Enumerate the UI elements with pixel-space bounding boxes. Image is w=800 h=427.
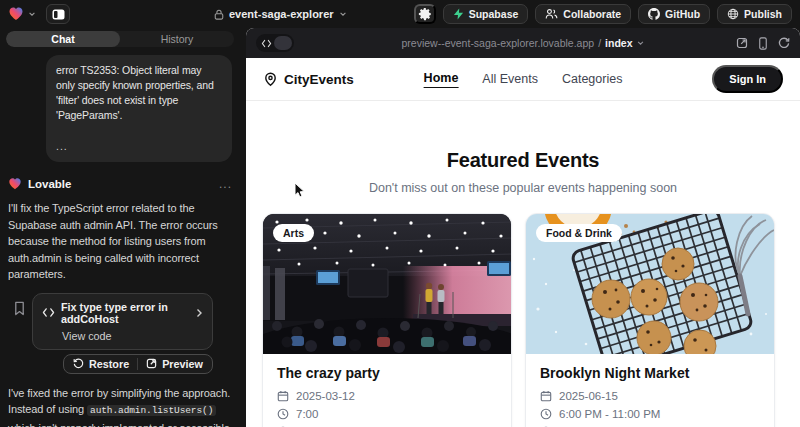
event-date: 2025-06-15 bbox=[559, 390, 618, 402]
nav-link-home[interactable]: Home bbox=[424, 71, 459, 88]
calendar-icon bbox=[540, 390, 552, 402]
assistant-header: Lovable ... bbox=[8, 177, 232, 191]
url-chevron-down-icon bbox=[636, 39, 644, 47]
publish-button-label: Publish bbox=[744, 8, 782, 20]
hero-title: Featured Events bbox=[246, 149, 800, 172]
calendar-icon bbox=[277, 390, 289, 402]
url-page: index bbox=[605, 37, 632, 49]
outro-text-2: which isn't properly implemented or acce… bbox=[8, 422, 230, 427]
panel-left-icon bbox=[52, 9, 65, 20]
publish-button[interactable]: Publish bbox=[717, 4, 792, 24]
restore-button-label: Restore bbox=[89, 358, 129, 370]
code-edit-card-header: Fix type type error in addCoHost bbox=[42, 301, 203, 325]
tab-history[interactable]: History bbox=[120, 31, 234, 47]
collaborate-button-label: Collaborate bbox=[563, 8, 621, 20]
chat-sidebar: Chat History error TS2353: Object litera… bbox=[0, 28, 240, 427]
chat-history-tabs: Chat History bbox=[6, 31, 234, 47]
event-date-row: 2025-06-15 bbox=[540, 390, 760, 402]
event-date: 2025-03-12 bbox=[296, 390, 355, 402]
site-brand[interactable]: CityEvents bbox=[263, 72, 354, 87]
sign-in-button[interactable]: Sign In bbox=[712, 65, 783, 93]
github-button[interactable]: GitHub bbox=[638, 4, 710, 24]
code-edit-title: Fix type type error in addCoHost bbox=[61, 301, 189, 325]
github-button-label: GitHub bbox=[665, 8, 700, 20]
supabase-icon bbox=[453, 8, 464, 20]
chip-divider bbox=[137, 358, 138, 370]
bookmark-icon[interactable] bbox=[13, 301, 26, 316]
message-menu-button[interactable]: ... bbox=[219, 177, 232, 191]
settings-button[interactable] bbox=[414, 4, 436, 24]
topbar-left bbox=[8, 4, 70, 24]
url-separator: / bbox=[598, 37, 601, 49]
url-host: preview--event-saga-explorer.lovable.app bbox=[402, 37, 595, 49]
code-edit-card[interactable]: Fix type type error in addCoHost View co… bbox=[32, 293, 213, 350]
tool-call-row: Fix type type error in addCoHost View co… bbox=[13, 293, 213, 350]
user-message-text: error TS2353: Object literal may only sp… bbox=[56, 64, 214, 121]
people-icon bbox=[545, 8, 558, 20]
globe-icon bbox=[727, 8, 739, 20]
assistant-outro-text: I've fixed the error by simplifying the … bbox=[8, 385, 232, 427]
sidebar-toggle-button[interactable] bbox=[46, 4, 70, 24]
tab-chat[interactable]: Chat bbox=[6, 31, 120, 47]
open-in-new-tab-button[interactable] bbox=[736, 37, 748, 49]
mobile-view-button[interactable] bbox=[758, 37, 768, 50]
user-message-bubble: error TS2353: Object literal may only sp… bbox=[46, 55, 232, 162]
preview-button-label: Preview bbox=[162, 358, 203, 370]
workspace-chevron-down-icon[interactable] bbox=[28, 10, 36, 18]
lovable-heart-icon-small bbox=[8, 177, 22, 191]
project-switcher[interactable]: event-saga-explorer bbox=[214, 0, 347, 28]
topbar-actions: Supabase Collaborate GitHub Publish bbox=[414, 4, 792, 24]
chevron-right-icon bbox=[195, 308, 203, 318]
category-badge: Food & Drink bbox=[536, 224, 622, 242]
event-time: 6:00 PM - 11:00 PM bbox=[559, 408, 660, 420]
hero-subtitle: Don't miss out on these popular events h… bbox=[246, 181, 800, 195]
refresh-button[interactable] bbox=[778, 37, 790, 49]
clock-icon bbox=[277, 408, 289, 420]
lovable-heart-icon[interactable] bbox=[8, 6, 24, 22]
site-brand-name: CityEvents bbox=[284, 72, 354, 87]
preview-version-button[interactable]: Preview bbox=[146, 358, 203, 370]
github-icon bbox=[648, 8, 660, 20]
event-time: 7:00 bbox=[296, 408, 318, 420]
site-page: CityEvents Home All Events Categories Si… bbox=[246, 58, 800, 427]
event-image-conference: Arts bbox=[263, 214, 511, 354]
category-badge: Arts bbox=[273, 224, 314, 242]
supabase-button[interactable]: Supabase bbox=[443, 4, 529, 24]
event-title: Brooklyn Night Market bbox=[540, 365, 760, 381]
event-cards: Arts The crazy party 2025-03-12 bbox=[246, 213, 800, 427]
nav-link-categories[interactable]: Categories bbox=[562, 72, 622, 86]
project-chevron-down-icon bbox=[339, 10, 347, 18]
code-icon bbox=[42, 307, 55, 318]
preview-url-bar[interactable]: preview--event-saga-explorer.lovable.app… bbox=[402, 37, 645, 49]
event-card-brooklyn-night-market[interactable]: Food & Drink Brooklyn Night Market 2025-… bbox=[525, 213, 775, 427]
event-time-row: 6:00 PM - 11:00 PM bbox=[540, 408, 760, 420]
topbar: event-saga-explorer Supabase bbox=[0, 0, 800, 28]
event-date-row: 2025-03-12 bbox=[277, 390, 497, 402]
view-code-link[interactable]: View code bbox=[62, 330, 203, 342]
event-card-crazy-party[interactable]: Arts The crazy party 2025-03-12 bbox=[262, 213, 512, 427]
toggle-knob bbox=[274, 36, 292, 50]
message-truncation-ellipsis: ... bbox=[56, 139, 222, 154]
event-time-row: 7:00 bbox=[277, 408, 497, 420]
restore-button[interactable]: Restore bbox=[73, 358, 129, 370]
preview-chrome-bar: preview--event-saga-explorer.lovable.app… bbox=[246, 28, 800, 58]
event-image-cookies: Food & Drink bbox=[526, 214, 774, 354]
nav-link-all-events[interactable]: All Events bbox=[482, 72, 538, 86]
site-nav-links: Home All Events Categories bbox=[424, 71, 623, 88]
restore-icon bbox=[73, 358, 84, 369]
clock-icon bbox=[540, 408, 552, 420]
code-mode-icon bbox=[258, 36, 274, 50]
lovable-app-window: event-saga-explorer Supabase bbox=[0, 0, 800, 427]
inline-code-listusers: auth.admin.listUsers() bbox=[87, 405, 216, 416]
gear-icon bbox=[418, 7, 432, 21]
event-card-body: Brooklyn Night Market 2025-06-15 6:00 P bbox=[526, 354, 774, 427]
code-preview-toggle[interactable] bbox=[256, 34, 294, 52]
collaborate-button[interactable]: Collaborate bbox=[535, 4, 631, 24]
assistant-name: Lovable bbox=[28, 178, 71, 190]
site-navbar: CityEvents Home All Events Categories Si… bbox=[246, 58, 800, 101]
preview-window-actions bbox=[736, 37, 790, 50]
external-link-icon bbox=[146, 358, 157, 369]
featured-events-hero: Featured Events Don't miss out on these … bbox=[246, 149, 800, 195]
map-pin-icon bbox=[263, 72, 278, 87]
event-title: The crazy party bbox=[277, 365, 497, 381]
